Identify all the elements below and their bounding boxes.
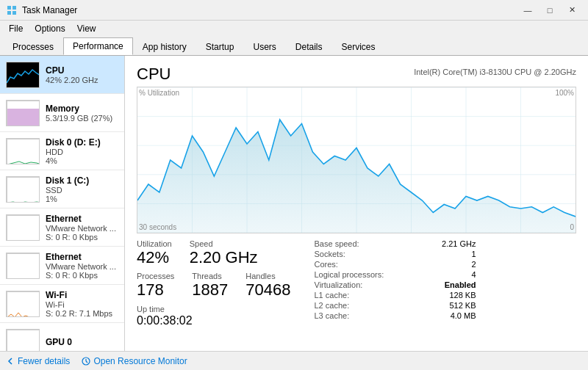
window-controls: — □ ✕: [517, 3, 582, 18]
menu-options[interactable]: Options: [29, 22, 71, 35]
base-speed-key: Base speed:: [315, 239, 359, 248]
l3-val: 4.0 MB: [451, 311, 476, 320]
wifi-detail2: S: 0.2 R: 7.1 Mbps: [46, 309, 118, 318]
open-resource-monitor-link[interactable]: Open Resource Monitor: [82, 356, 187, 366]
fewer-details-label: Fewer details: [18, 356, 70, 366]
tab-performance[interactable]: Performance: [63, 37, 133, 55]
handles-value: 70468: [245, 280, 290, 300]
detail-subtitle: Intel(R) Core(TM) i3-8130U CPU @ 2.20GHz: [414, 68, 576, 76]
gpu0-name: GPU 0: [46, 337, 118, 347]
ethernet0-mini-graph: [6, 214, 40, 241]
sidebar-item-disk1[interactable]: Disk 1 (C:) SSD 1%: [0, 170, 124, 208]
ethernet1-mini-graph: [6, 253, 40, 279]
sidebar-item-gpu0[interactable]: GPU 0: [0, 323, 124, 351]
gpu0-mini-graph: [6, 329, 40, 352]
info-section: Base speed: 2.21 GHz Sockets: 1 Cores: 2…: [315, 239, 476, 322]
disk1-detail2: 1%: [46, 195, 118, 203]
logical-val: 4: [471, 270, 476, 279]
svg-rect-1: [12, 6, 16, 10]
ethernet0-info: Ethernet VMware Network ... S: 0 R: 0 Kb…: [46, 214, 118, 242]
info-l1: L1 cache: 128 KB: [315, 291, 476, 300]
utilization-value: 42%: [137, 248, 172, 267]
tab-startup[interactable]: Startup: [196, 37, 244, 55]
fewer-details-link[interactable]: Fewer details: [6, 356, 70, 366]
disk0-mini-graph: [6, 138, 40, 164]
bottom-bar: Fewer details Open Resource Monitor: [0, 351, 588, 370]
sockets-key: Sockets:: [315, 250, 345, 258]
tab-processes[interactable]: Processes: [3, 37, 63, 55]
maximize-button[interactable]: □: [539, 3, 560, 18]
info-base-speed: Base speed: 2.21 GHz: [315, 239, 476, 248]
close-button[interactable]: ✕: [562, 3, 582, 18]
stats-handles: Handles 70468: [245, 272, 290, 300]
speed-value: 2.20 GHz: [190, 248, 258, 267]
l1-val: 128 KB: [449, 291, 476, 300]
sidebar-item-disk0[interactable]: Disk 0 (D: E:) HDD 4%: [0, 132, 124, 170]
chart-x-left: 30 seconds: [139, 223, 176, 231]
tab-details[interactable]: Details: [286, 37, 332, 55]
menu-view[interactable]: View: [71, 22, 102, 35]
sidebar-item-wifi[interactable]: Wi-Fi Wi-Fi S: 0.2 R: 7.1 Mbps: [0, 285, 124, 323]
l2-key: L2 cache:: [315, 301, 350, 310]
base-speed-val: 2.21 GHz: [442, 239, 476, 248]
cpu-name: CPU: [46, 65, 118, 76]
menu-bar: File Options View: [0, 21, 588, 37]
title-bar: Task Manager — □ ✕: [0, 0, 588, 21]
stats-section-left: Utilization 42% Speed 2.20 GHz Processes…: [137, 239, 291, 332]
info-l3: L3 cache: 4.0 MB: [315, 311, 476, 320]
chart-y-max: 100%: [555, 89, 574, 97]
cores-val: 2: [471, 260, 476, 269]
info-cores: Cores: 2: [315, 260, 476, 269]
main-content: CPU 42% 2.20 GHz Memory 5.3/19.9 GB (27%…: [0, 56, 588, 351]
utilization-label: Utilization: [137, 239, 172, 248]
info-virtualization: Virtualization: Enabled: [315, 280, 476, 289]
cpu-detail: 42% 2.20 GHz: [46, 76, 118, 84]
open-resource-monitor-label: Open Resource Monitor: [93, 356, 187, 366]
tab-apphistory[interactable]: App history: [133, 37, 196, 55]
memory-detail: 5.3/19.9 GB (27%): [46, 114, 118, 123]
stats-uptime: Up time 0:00:38:02: [137, 305, 193, 327]
sidebar-item-ethernet1[interactable]: Ethernet VMware Network ... S: 0 R: 0 Kb…: [0, 247, 124, 285]
sidebar-item-ethernet0[interactable]: Ethernet VMware Network ... S: 0 R: 0 Kb…: [0, 208, 124, 247]
gpu0-info: GPU 0: [46, 337, 118, 347]
cores-key: Cores:: [315, 260, 338, 269]
chart-y-label: % Utilization: [139, 89, 179, 97]
stats-utilization: Utilization 42%: [137, 239, 172, 267]
disk1-detail1: SSD: [46, 186, 118, 195]
sidebar-item-memory[interactable]: Memory 5.3/19.9 GB (27%): [0, 94, 124, 132]
cpu-mini-graph: [6, 62, 40, 88]
wifi-name: Wi-Fi: [46, 290, 118, 300]
tab-services[interactable]: Services: [332, 37, 385, 55]
stats-processes: Processes 178: [137, 272, 174, 300]
l1-key: L1 cache:: [315, 291, 350, 300]
virtualization-key: Virtualization:: [315, 280, 363, 289]
svg-line-21: [86, 361, 87, 363]
l3-key: L3 cache:: [315, 311, 350, 320]
tab-users[interactable]: Users: [243, 37, 285, 55]
info-sockets: Sockets: 1: [315, 250, 476, 258]
svg-rect-2: [7, 11, 11, 15]
svg-rect-4: [7, 109, 40, 126]
ethernet1-detail2: S: 0 R: 0 Kbps: [46, 271, 118, 280]
minimize-button[interactable]: —: [517, 3, 538, 18]
processes-value: 178: [137, 280, 174, 300]
cpu-info: CPU 42% 2.20 GHz: [46, 65, 118, 84]
logical-key: Logical processors:: [315, 270, 384, 279]
title-bar-left: Task Manager: [6, 4, 77, 16]
cpu-chart-svg: [137, 87, 576, 233]
handles-label: Handles: [245, 272, 290, 280]
ethernet0-name: Ethernet: [46, 214, 118, 224]
sidebar-item-cpu[interactable]: CPU 42% 2.20 GHz: [0, 56, 124, 94]
disk1-name: Disk 1 (C:): [46, 175, 118, 186]
ethernet1-detail1: VMware Network ...: [46, 262, 118, 271]
menu-file[interactable]: File: [3, 22, 29, 35]
memory-mini-graph: [6, 100, 40, 126]
disk0-info: Disk 0 (D: E:) HDD 4%: [46, 137, 118, 165]
sidebar: CPU 42% 2.20 GHz Memory 5.3/19.9 GB (27%…: [0, 56, 125, 351]
stats-row-2: Processes 178 Threads 1887 Handles 70468: [137, 272, 291, 300]
tabs-bar: Processes Performance App history Startu…: [0, 37, 588, 56]
wifi-detail1: Wi-Fi: [46, 300, 118, 309]
monitor-icon: [82, 357, 90, 366]
stats-row-1: Utilization 42% Speed 2.20 GHz: [137, 239, 291, 267]
disk0-detail2: 4%: [46, 156, 118, 165]
